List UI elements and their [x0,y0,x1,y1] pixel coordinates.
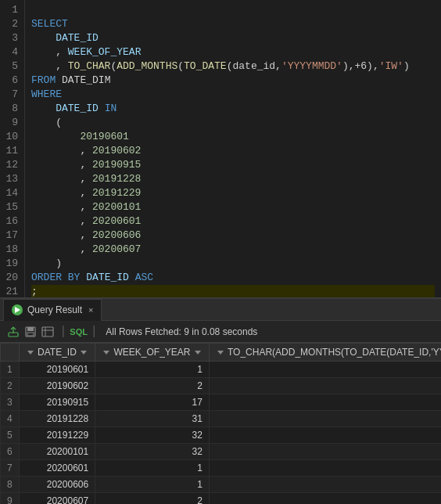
col-to-char[interactable]: TO_CHAR(ADD_MONTHS(TO_DATE(DATE_ID,'YYYY… [209,344,441,362]
table-row: 8 20200606 1 49 [1,477,442,493]
results-toolbar: | SQL | All Rows Fetched: 9 in 0.08 seco… [0,321,441,343]
code-editor: 1 2 3 4 5 6 7 8 9 10 11 12 13 14 15 16 1… [0,0,441,297]
query-result-tab[interactable]: Query Result × [3,299,102,321]
cell-row-num: 5 [1,427,20,444]
cell-row-num: 4 [1,411,20,427]
tab-close-button[interactable]: × [88,305,93,315]
cell-week-of-year: 2 [95,493,210,505]
code-area[interactable]: SELECT DATE_ID , WEEK_OF_YEAR , TO_CHAR(… [25,0,441,297]
cell-date-id: 20190601 [19,362,95,378]
cell-date-id: 20200606 [19,477,95,493]
cell-to-char: 27 [209,444,441,460]
tab-run-icon [12,304,23,315]
cell-date-id: 20200607 [19,493,95,505]
cell-to-char: 49 [209,378,441,394]
table-row: 1 20190601 1 48 [1,362,442,378]
cell-to-char: 49 [209,460,441,477]
col-row-num [1,344,20,362]
cell-row-num: 9 [1,493,20,505]
tab-label: Query Result [27,304,82,315]
grid-icon [41,326,54,337]
table-row: 2 20190602 2 49 [1,378,442,394]
cell-week-of-year: 32 [95,444,210,460]
cell-to-char: 27 [209,427,441,444]
table-row: 6 20200101 32 27 [1,444,442,460]
cell-row-num: 6 [1,444,20,460]
cell-row-num: 3 [1,394,20,411]
cell-date-id: 20191228 [19,411,95,427]
sort-icon4 [195,351,201,355]
results-table: DATE_ID WEEK_OF_YEAR TO_CHAR(ADD_MONTHS(… [0,343,441,504]
col-week-of-year[interactable]: WEEK_OF_YEAR [95,344,210,362]
table-row: 7 20200601 1 49 [1,460,442,477]
table-row: 3 20190915 17 11 [1,394,442,411]
export-icon [8,326,19,337]
table-row: 5 20191229 32 27 [1,427,442,444]
sql-button[interactable]: SQL [72,325,86,339]
bottom-panel: Query Result × | [0,297,441,504]
svg-rect-4 [27,327,34,331]
svg-rect-6 [42,327,53,337]
cell-to-char: 26 [209,411,441,427]
results-table-container[interactable]: DATE_ID WEEK_OF_YEAR TO_CHAR(ADD_MONTHS(… [0,343,441,504]
cell-week-of-year: 31 [95,411,210,427]
cell-week-of-year: 1 [95,477,210,493]
toolbar-separator: | [59,325,67,339]
sort-icon3 [103,351,109,355]
cell-row-num: 8 [1,477,20,493]
sql-label: SQL [70,327,88,337]
sort-icon [27,351,34,355]
table-body: 1 20190601 1 48 2 20190602 2 49 3 201909… [1,362,442,505]
tab-bar: Query Result × [0,299,441,321]
cell-row-num: 1 [1,362,20,378]
cell-week-of-year: 2 [95,378,210,394]
save-button[interactable] [23,325,38,339]
cell-to-char: 49 [209,477,441,493]
table-row: 4 20191228 31 26 [1,411,442,427]
play-icon [13,306,21,314]
toolbar-separator2: | [91,325,99,339]
cell-to-char: 11 [209,394,441,411]
cell-date-id: 20191229 [19,427,95,444]
data-button[interactable] [41,325,55,339]
sort-icon2 [81,351,87,355]
export-button[interactable] [6,325,20,339]
save-icon [25,326,36,337]
line-numbers: 1 2 3 4 5 6 7 8 9 10 11 12 13 14 15 16 1… [0,0,25,297]
cell-date-id: 20200601 [19,460,95,477]
status-text: All Rows Fetched: 9 in 0.08 seconds [106,326,257,337]
cell-row-num: 7 [1,460,20,477]
cell-week-of-year: 32 [95,427,210,444]
col-date-id[interactable]: DATE_ID [19,344,95,362]
table-row: 9 20200607 2 50 [1,493,442,505]
cell-date-id: 20190915 [19,394,95,411]
sort-icon5 [217,351,224,355]
svg-marker-0 [15,307,20,313]
cell-week-of-year: 17 [95,394,210,411]
table-header-row: DATE_ID WEEK_OF_YEAR TO_CHAR(ADD_MONTHS(… [1,344,442,362]
cell-week-of-year: 1 [95,460,210,477]
cell-week-of-year: 1 [95,362,210,378]
cell-row-num: 2 [1,378,20,394]
cell-date-id: 20200101 [19,444,95,460]
svg-rect-5 [27,333,34,336]
cell-to-char: 50 [209,493,441,505]
cell-to-char: 48 [209,362,441,378]
cell-date-id: 20190602 [19,378,95,394]
